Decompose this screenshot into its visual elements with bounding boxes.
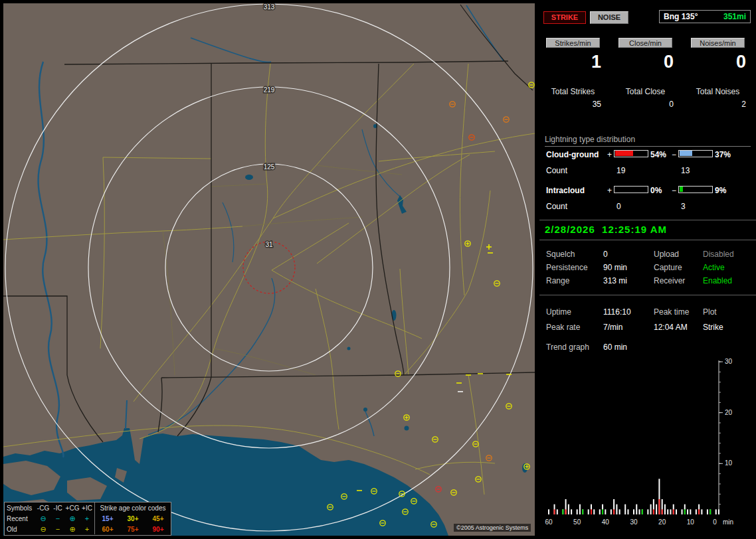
trend-bar-strikes [548,509,549,514]
trend-graph-label: Trend graph [546,343,589,352]
lake [405,426,409,431]
x-tick-label: 60 [545,518,553,526]
plus-sign: + [607,150,612,159]
trend-bar-strikes [599,509,601,514]
legend-recent-row: Recent ⊖ − ⊕ + 15+ 30+ 45+ [5,513,171,524]
age-code: 30+ [120,515,145,522]
trend-bar-cloud-ground [565,509,567,514]
close-per-min-label: Close/min [618,38,672,48]
trend-bar-strikes [605,509,606,514]
squelch-label: Squelch [546,250,575,259]
count-label: Count [546,166,567,175]
trend-bar-strikes [571,509,572,514]
trend-bar-strikes [696,509,697,514]
cg-count-row: Count 19 13 [539,166,756,175]
legend-old-row: Old ⊖ − ⊕ + 60+ 75+ 90+ [5,524,171,534]
x-tick-label: 40 [602,518,610,526]
trend-bar-intracloud [562,509,563,514]
x-tick-label: 50 [573,518,581,526]
minus-icon: − [50,515,65,522]
ic-positive-count: 0 [616,202,621,211]
trend-bar-strikes [687,509,688,514]
ic-negative-count: 3 [681,202,686,211]
control-panel: STRIKE NOISE Bng 135° 351mi Strikes/min … [539,0,756,539]
cg-positive-bar [614,150,648,157]
trend-bar-strikes [568,504,569,514]
legend-col-cg-neg: -CG [36,504,50,512]
noises-per-min-label: Noises/min [691,38,745,48]
trend-bar-strikes [577,509,578,514]
trend-graph: 1020306050403020100min [539,357,756,534]
legend-row-label: Old [5,526,36,533]
status-row: Uptime 1116:10 Peak time Plot [539,307,756,317]
ic-positive-bar [614,186,648,193]
range-ring-label: 313 [264,3,275,11]
close-per-min-value: 0 [617,52,674,72]
x-tick-label: 20 [658,518,666,526]
legend-col-ic-pos: +IC [80,504,94,512]
strikes-per-min-value: 1 [545,52,601,72]
total-noises-label: Total Noises [686,87,749,96]
divider [539,240,756,240]
ic-negative-pct: 9% [715,186,726,195]
legend-col-ic-neg: -IC [50,504,65,512]
peak-time-label: Peak time [654,307,689,317]
map-canvas[interactable]: 31321912531 [3,3,535,536]
divider [539,295,756,295]
trend-bar-strikes [616,504,617,514]
noises-per-min-value: 0 [690,52,746,72]
trend-bar-strikes [624,504,626,514]
ic-count-row: Count 0 3 [539,202,756,211]
trend-bar-strikes [664,504,666,514]
y-tick-label: 30 [725,358,733,365]
receiver-label: Receiver [654,276,685,285]
lake [363,408,367,412]
x-tick-label: 10 [687,518,695,526]
trend-bar-strikes [690,509,691,514]
trend-bar-cloud-ground [673,509,674,514]
copyright-text: ©2005 Astrogenic Systems [454,524,531,532]
trend-bar-strikes [619,509,620,514]
distribution-title: Lightning type distribution [545,135,751,147]
settings-row: Persistence 90 min Capture Active [539,263,756,272]
trend-bar-cloud-ground [658,499,660,514]
x-axis-unit: min [723,518,733,526]
map-legend: Symbols -CG -IC +CG +IC Strike age color… [4,502,171,536]
circle-minus-icon: ⊖ [36,515,50,522]
age-code: 45+ [145,515,171,522]
trend-bar-strikes [557,509,558,514]
strike-button[interactable]: STRIKE [543,11,586,24]
total-strikes-value: 35 [545,100,601,109]
legend-header-row: Symbols -CG -IC +CG +IC Strike age color… [5,502,171,513]
total-close-label: Total Close [614,87,677,96]
trend-bar-intracloud [602,509,603,514]
circle-minus-icon: ⊖ [36,526,50,533]
divider [539,220,756,220]
cg-negative-count: 13 [681,166,690,175]
minus-sign: − [672,150,676,159]
trend-bar-strikes [715,509,717,514]
trend-graph-row: Trend graph 60 min [539,343,756,352]
noise-button[interactable]: NOISE [590,11,628,24]
total-strikes-label: Total Strikes [541,87,605,96]
trend-bar-strikes [647,509,648,514]
trend-bar-strikes [707,509,708,514]
receiver-status: Enabled [703,276,732,285]
squelch-value: 0 [603,250,608,259]
trend-bar-intracloud [684,509,686,514]
circle-plus-icon: ⊕ [65,515,80,522]
intracloud-row: Intracloud + 0% − 9% [539,186,756,195]
legend-col-cg-pos: +CG [65,504,80,512]
range-value: 313 mi [603,276,627,285]
plus-sign: + [607,186,612,195]
intracloud-label: Intracloud [546,186,585,195]
minus-icon: − [50,526,65,533]
trend-bar-cloud-ground [653,509,654,514]
trend-graph-duration: 60 min [603,343,627,352]
uptime-label: Uptime [546,307,571,317]
ic-positive-pct: 0% [650,186,662,195]
x-tick-label-zero: 0 [713,518,717,526]
plot-value: Strike [703,323,723,332]
ic-negative-bar [678,186,713,193]
trend-bar-strikes [639,509,640,514]
